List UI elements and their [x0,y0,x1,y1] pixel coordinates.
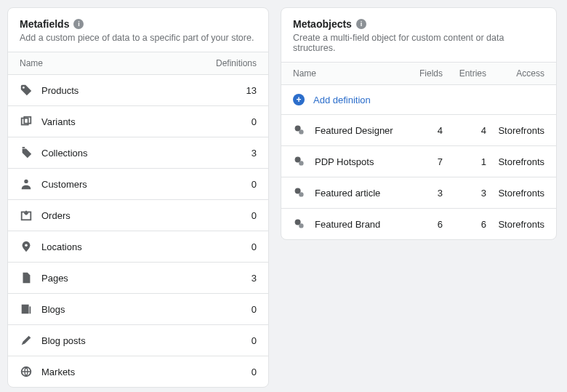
row-label: Featured Designer [315,125,393,136]
row-def: 0 [213,116,257,127]
row-label: Blogs [41,304,65,315]
row-label: Collections [41,148,88,159]
metaobjects-title: Metaobjects [293,18,352,30]
row-entries: 3 [443,188,486,199]
svg-rect-6 [22,305,29,314]
svg-point-11 [299,161,303,165]
svg-point-5 [25,244,28,247]
metafield-row-variants[interactable]: Variants 0 [8,105,268,137]
row-access: Storefronts [486,156,544,167]
row-label: Markets [41,367,75,377]
row-label: Locations [41,241,82,252]
metafield-row-orders[interactable]: Orders 0 [8,199,268,231]
tag-icon [20,84,33,97]
metaobject-row[interactable]: Featured article 3 3 Storefronts [281,177,556,208]
row-label: Products [41,85,79,96]
metaobjects-subtitle: Create a multi-field object for custom c… [293,33,544,53]
column-name: Name [293,68,406,79]
row-def: 0 [213,335,257,346]
person-icon [20,177,33,191]
metafields-header: Metafields i Add a custom piece of data … [8,8,268,52]
row-entries: 1 [443,156,486,167]
add-definition-button[interactable]: + Add definition [281,84,556,114]
row-def: 0 [213,304,257,315]
plus-circle-icon: + [293,94,305,105]
variants-icon [20,115,33,128]
metaobjects-card: Metaobjects i Create a multi-field objec… [281,7,557,240]
metafields-title: Metafields [20,18,69,30]
metaobject-row[interactable]: PDP Hotspots 7 1 Storefronts [281,145,556,177]
add-label: Add definition [313,95,371,105]
row-fields: 4 [406,125,443,136]
globe-icon [20,365,33,378]
row-entries: 6 [443,219,486,230]
pin-icon [20,240,33,253]
row-def: 0 [213,241,257,252]
row-label: Featured article [315,188,380,199]
svg-point-0 [23,87,25,89]
row-label: Orders [41,210,71,221]
info-icon[interactable]: i [73,19,84,29]
svg-point-15 [299,223,303,228]
metafield-row-products[interactable]: Products 13 [8,74,268,105]
row-def: 3 [213,273,257,284]
row-label: Customers [41,179,87,190]
column-fields: Fields [406,68,443,79]
pencil-icon [20,334,33,347]
metafield-row-markets[interactable]: Markets 0 [8,356,268,387]
row-fields: 3 [406,188,443,199]
row-def: 0 [213,179,257,190]
metafield-row-blog-posts[interactable]: Blog posts 0 [8,324,268,356]
row-access: Storefronts [486,188,544,199]
row-label: Pages [41,273,68,284]
row-def: 3 [213,148,257,159]
column-access: Access [486,68,544,79]
info-icon[interactable]: i [356,19,366,29]
orders-icon [20,209,33,222]
metafield-row-blogs[interactable]: Blogs 0 [8,293,268,324]
metaobject-icon [293,124,306,137]
row-label: Variants [41,116,76,127]
metaobjects-table-header: Name Fields Entries Access [281,62,556,84]
row-entries: 4 [443,125,486,136]
blog-icon [20,303,33,316]
row-def: 13 [213,85,257,96]
metaobject-icon [293,217,306,231]
row-label: PDP Hotspots [315,156,374,167]
metaobject-row[interactable]: Featured Designer 4 4 Storefronts [281,114,556,145]
row-def: 0 [213,210,257,221]
metafield-row-locations[interactable]: Locations 0 [8,231,268,262]
svg-point-3 [24,180,28,183]
metafield-row-customers[interactable]: Customers 0 [8,168,268,199]
row-label: Blog posts [41,335,86,346]
metafield-row-pages[interactable]: Pages 3 [8,262,268,293]
row-access: Storefronts [486,125,544,136]
column-definitions: Definitions [213,58,257,68]
row-fields: 6 [406,219,443,230]
metafields-subtitle: Add a custom piece of data to a specific… [20,33,257,43]
row-def: 0 [213,367,257,377]
metaobject-icon [293,186,306,199]
page-icon [20,271,33,284]
collections-icon [20,146,33,159]
column-entries: Entries [443,68,486,79]
row-label: Featured Brand [315,219,380,230]
row-fields: 7 [406,156,443,167]
column-name: Name [20,58,213,68]
metafields-table-header: Name Definitions [8,52,268,74]
metaobject-icon [293,155,306,168]
row-access: Storefronts [486,219,544,230]
svg-point-13 [299,192,303,196]
metaobject-row[interactable]: Featured Brand 6 6 Storefronts [281,208,556,239]
metafield-row-collections[interactable]: Collections 3 [8,137,268,168]
metaobjects-header: Metaobjects i Create a multi-field objec… [281,8,556,62]
metafields-card: Metafields i Add a custom piece of data … [7,7,269,388]
svg-point-9 [299,129,303,134]
